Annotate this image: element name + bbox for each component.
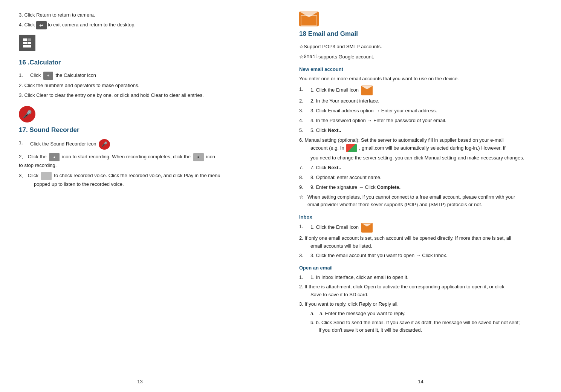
calculator-icon-display <box>19 35 261 51</box>
email-step8: 8. 8. Optional: enter account name. <box>299 174 542 182</box>
email-step9: 9. 9. Enter the signature → Click Comple… <box>299 184 542 191</box>
inbox-step2: 2. If only one email account is set, suc… <box>299 234 542 250</box>
calc-step1: 1. Click + the Calculator icon <box>19 72 261 80</box>
open-step3a: a. a. Enter the message you want to repl… <box>310 310 542 318</box>
email-icon-top <box>299 11 542 26</box>
sound-step3: 3、 Click to check recorded voice. Click … <box>19 172 261 188</box>
email-step5: 5. 5. Click Next.. <box>299 127 542 135</box>
mic-symbol: 🎤 <box>23 110 32 119</box>
record-start-icon: ● <box>49 153 60 161</box>
email-icon-inbox <box>361 223 373 233</box>
section16-title: 16 .Calculator <box>19 59 261 66</box>
open-step3: 3. If you want to reply, click Reply or … <box>299 300 542 308</box>
right-page-num: 14 <box>418 379 423 384</box>
left-page-num: 13 <box>137 379 142 384</box>
sound-recorder-icon: 🎤 <box>99 139 110 150</box>
new-email-title: New email account <box>299 66 542 72</box>
calc-step2: 2. Click the numbers and operators to ma… <box>19 82 261 90</box>
calc-step3: 3. Click Clear to clear the entry one by… <box>19 92 261 100</box>
inbox-step3: 3. 3. Click the email account that you w… <box>299 252 542 260</box>
star-gmail: ☆ Gmail supports Google account. <box>299 53 542 61</box>
file-icon-small <box>41 172 52 180</box>
email-icon-step1 <box>361 86 373 95</box>
star-warning: ☆ When setting completes, if you cannot … <box>299 193 542 209</box>
section18-title: 18 Email and Gmail <box>299 30 542 38</box>
inbox-step1: 1. 1. Click the Email icon <box>299 223 542 233</box>
step3-return: 3. Click Return to return to camera. <box>19 11 261 19</box>
mic-icon-display: 🎤 <box>19 106 261 122</box>
open-email-title: Open an email <box>299 265 542 271</box>
inbox-title: Inbox <box>299 214 542 220</box>
email-step1: 1. 1. Click the Email icon <box>299 86 542 95</box>
open-step3b: b. b. Click Send to send the email. If y… <box>310 319 542 335</box>
back-arrow-icon: ↩ <box>36 21 47 29</box>
sound-step2: 2、 Click the ● icon to start recording. … <box>19 153 261 170</box>
star-pop3: ☆Support POP3 and SMTP accounts. <box>299 43 542 51</box>
email-step2: 2. 2. In the Your account interface. <box>299 97 542 105</box>
email-step6: 6. Manual setting (optional): Set the se… <box>299 136 542 153</box>
section17-title: 17. Sound Recorder <box>19 126 261 134</box>
email-step4: 4. 4. In the Password option → Enter the… <box>299 117 542 125</box>
open-step1: 1. 1. In Inbox interface, click an email… <box>299 274 542 282</box>
email-step7: 7. 7. Click Next.. <box>299 164 542 172</box>
gmail-icon-step6 <box>346 144 357 152</box>
new-email-desc: You enter one or more email accounts tha… <box>299 75 542 83</box>
step4-exit: 4. Click ↩ to exit camera and return to … <box>19 21 261 29</box>
left-page: 3. Click Return to return to camera. 4. … <box>0 0 280 392</box>
email-step6-cont: you need to change the server setting, y… <box>310 154 542 162</box>
open-step2: 2. If there is attachment, click Open to… <box>299 283 542 299</box>
sound-step1: 1. Click the Sound Recorder icon 🎤 <box>19 139 261 150</box>
email-step3: 3. 3. Click Email address option → Enter… <box>299 107 542 115</box>
record-stop-icon: ■ <box>193 153 204 161</box>
right-page: 18 Email and Gmail ☆Support POP3 and SMT… <box>280 0 561 392</box>
calc-icon-small: + <box>43 72 53 80</box>
